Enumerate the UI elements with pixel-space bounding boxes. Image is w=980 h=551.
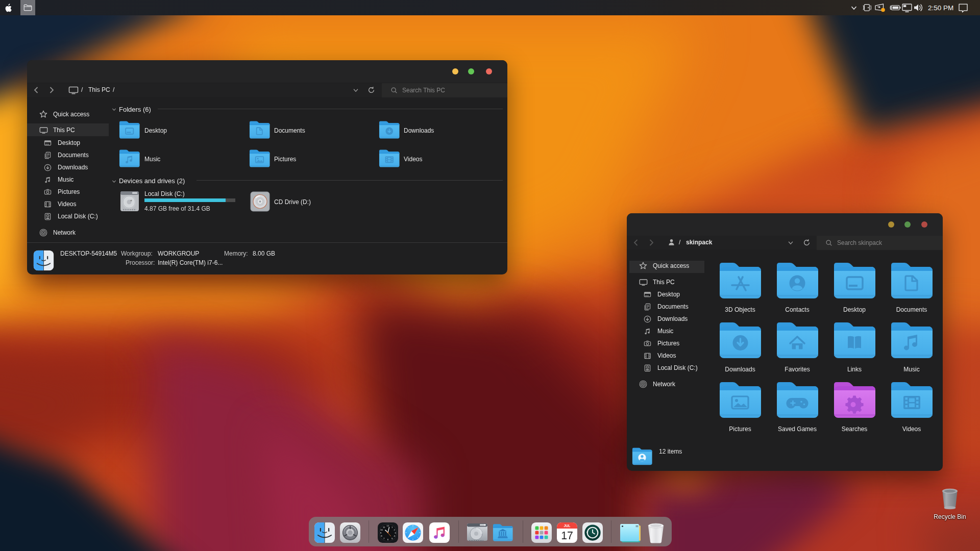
svg-text:10: 10: [380, 529, 383, 531]
svg-text:JUL: JUL: [564, 524, 571, 528]
svg-text:12: 12: [387, 524, 389, 527]
svg-text:11: 11: [383, 526, 385, 529]
svg-text:17: 17: [561, 530, 573, 542]
